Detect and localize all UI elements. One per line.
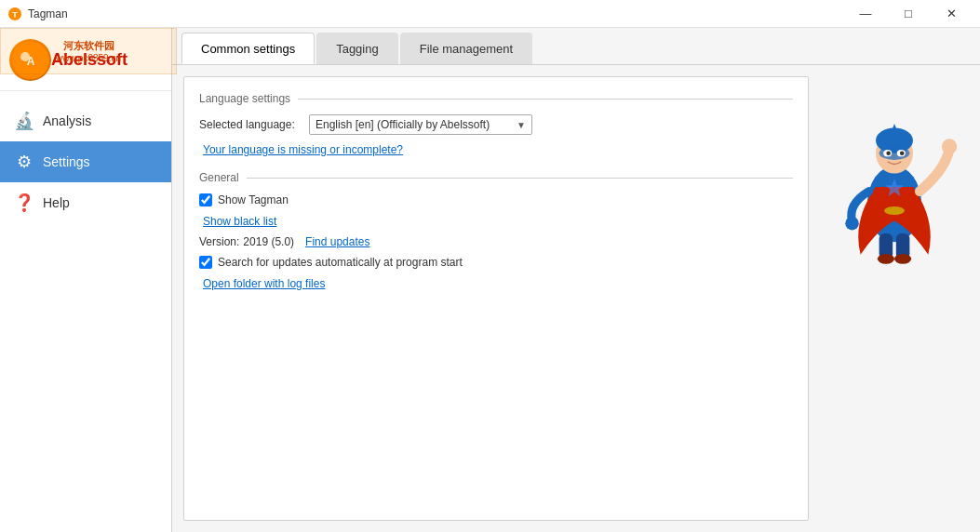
dropdown-arrow-icon: ▼	[517, 120, 526, 130]
show-tagman-label: Show Tagman	[218, 193, 289, 206]
svg-point-15	[845, 217, 859, 231]
tab-file-management[interactable]: File management	[400, 33, 532, 64]
help-icon: ❓	[13, 192, 35, 214]
general-section-title: General	[199, 171, 793, 184]
settings-panel: Language settings Selected language: Eng…	[172, 65, 980, 532]
close-button[interactable]: ✕	[930, 0, 973, 28]
show-tagman-row: Show Tagman	[199, 193, 793, 206]
language-label: Selected language:	[199, 118, 302, 131]
open-folder-link[interactable]: Open folder with log files	[203, 277, 325, 290]
svg-text:T: T	[12, 10, 18, 20]
logo-icon: A	[9, 39, 51, 81]
language-row: Selected language: English [en] (Officia…	[199, 114, 793, 135]
window-controls: — □ ✕	[844, 0, 973, 28]
minimize-button[interactable]: —	[844, 0, 887, 28]
app-title: Tagman	[28, 7, 844, 20]
search-updates-label: Search for updates automatically at prog…	[218, 256, 463, 269]
missing-language-link[interactable]: Your language is missing or incomplete?	[203, 143, 403, 156]
sidebar: A Abelssoft 🔬 Analysis ⚙ Settings ❓ Help	[0, 28, 172, 532]
tab-tagging[interactable]: Tagging	[316, 33, 398, 64]
settings-card: Language settings Selected language: Eng…	[183, 76, 809, 521]
language-select[interactable]: English [en] (Officially by Abelssoft) ▼	[309, 114, 532, 135]
content-area: Common settings Tagging File management …	[172, 28, 980, 532]
svg-point-19	[894, 254, 911, 264]
sidebar-nav: 🔬 Analysis ⚙ Settings ❓ Help	[0, 91, 171, 532]
show-black-list-link[interactable]: Show black list	[203, 215, 276, 228]
sidebar-item-help[interactable]: ❓ Help	[0, 182, 171, 223]
find-updates-link[interactable]: Find updates	[305, 235, 369, 248]
sidebar-logo: A Abelssoft	[0, 28, 171, 91]
analysis-icon: 🔬	[13, 110, 35, 132]
svg-point-11	[886, 151, 891, 155]
sidebar-item-help-label: Help	[43, 195, 70, 210]
show-tagman-checkbox[interactable]	[199, 193, 212, 206]
mascot-area	[820, 76, 969, 521]
app-icon: T	[7, 7, 22, 21]
version-row: Version: 2019 (5.0) Find updates	[199, 235, 793, 248]
svg-text:A: A	[26, 55, 34, 68]
title-bar: T Tagman — □ ✕	[0, 0, 980, 28]
tab-common-settings[interactable]: Common settings	[181, 33, 315, 64]
sidebar-item-analysis[interactable]: 🔬 Analysis	[0, 100, 171, 141]
app-container: A Abelssoft 🔬 Analysis ⚙ Settings ❓ Help	[0, 28, 980, 532]
language-value: English [en] (Officially by Abelssoft)	[315, 118, 509, 131]
tab-bar: Common settings Tagging File management	[172, 28, 980, 65]
sidebar-item-settings[interactable]: ⚙ Settings	[0, 141, 171, 182]
general-section: General Show Tagman Show black list Vers…	[199, 171, 793, 290]
svg-point-14	[942, 139, 957, 153]
svg-point-20	[884, 206, 905, 215]
maximize-button[interactable]: □	[887, 0, 930, 28]
sidebar-item-settings-label: Settings	[43, 154, 90, 169]
version-value: 2019 (5.0)	[243, 235, 294, 248]
language-section-title: Language settings	[199, 92, 793, 105]
svg-point-18	[878, 254, 894, 264]
search-updates-checkbox[interactable]	[199, 256, 212, 269]
version-label: Version:	[199, 235, 239, 248]
svg-point-12	[900, 151, 905, 155]
search-updates-row: Search for updates automatically at prog…	[199, 256, 793, 269]
brand-name: Abelssoft	[51, 50, 128, 70]
settings-icon: ⚙	[13, 151, 35, 173]
sidebar-item-analysis-label: Analysis	[43, 113, 91, 128]
mascot-figure	[829, 86, 960, 272]
